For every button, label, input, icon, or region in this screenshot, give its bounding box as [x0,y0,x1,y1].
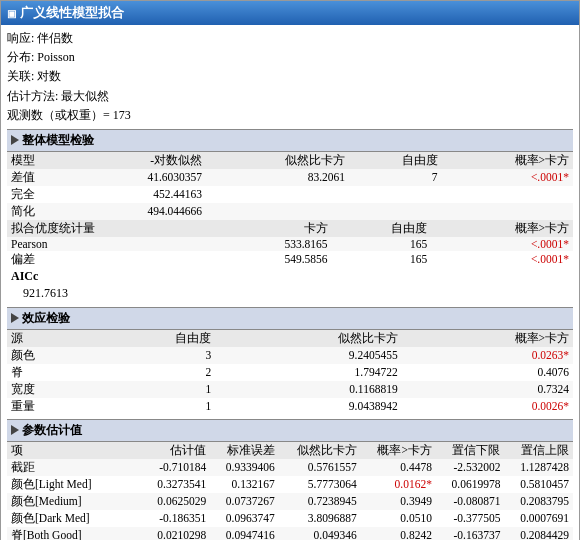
col-item-header: 项 [7,442,142,459]
param-ci-lower: -0.377505 [436,510,505,527]
main-window: ▣ 广义线性模型拟合 响应: 伴侣数 分布: Poisson 关联: 对数 估计… [0,0,580,540]
chi-sq-val: 83.2061 [206,169,349,186]
table-row: 差值 41.6030357 83.2061 7 <.0001* [7,169,573,186]
model-name: 简化 [7,203,74,220]
col-fit-stat: 卡方 [216,220,332,237]
model-name: 差值 [7,169,74,186]
param-estimates-title: 参数估计值 [22,422,82,439]
param-estimates-header-row: 项 估计值 标准误差 似然比卡方 概率>卡方 置信下限 置信上限 [7,442,573,459]
table-row: 偏差 549.5856 165 <.0001* [7,251,573,268]
prob-val: <.0001* [442,169,573,186]
effect-prob: 0.4076 [402,364,573,381]
section-triangle-2 [11,313,19,323]
effects-header-row: 源 自由度 似然比卡方 概率>卡方 [7,330,573,347]
param-std-err: 0.0947416 [210,527,279,540]
chi-sq-val [206,186,349,203]
fit-stats-header-row: 拟合优度统计量 卡方 自由度 概率>卡方 [7,220,573,237]
param-item: 截距 [7,459,142,476]
effect-chi-sq: 9.2405455 [215,347,401,364]
col-param-prob-header: 概率>卡方 [361,442,436,459]
param-estimate: 0.0625029 [142,493,211,510]
param-estimate: 0.0210298 [142,527,211,540]
source-name: 重量 [7,398,95,415]
df-val: 7 [349,169,442,186]
fit-stats-table: 拟合优度统计量 卡方 自由度 概率>卡方 Pearson 533.8165 16… [7,220,573,268]
neg-log-val: 452.44163 [74,186,206,203]
fit-prob: <.0001* [431,237,573,251]
param-ci-upper: 0.5810457 [504,476,573,493]
param-chi-sq: 0.5761557 [279,459,361,476]
col-estimate-header: 估计值 [142,442,211,459]
col-effects-prob-header: 概率>卡方 [402,330,573,347]
meta-link: 关联: 对数 [7,67,573,86]
fit-name: Pearson [7,237,216,251]
source-name: 颜色 [7,347,95,364]
col-chi-sq-header: 似然比卡方 [206,152,349,169]
param-estimate: -0.710184 [142,459,211,476]
fit-stat: 549.5856 [216,251,332,268]
effect-chi-sq: 1.794722 [215,364,401,381]
effects-table: 源 自由度 似然比卡方 概率>卡方 颜色 3 9.2405455 0.0263*… [7,330,573,415]
fit-stat: 533.8165 [216,237,332,251]
aicc-label: AICc [7,268,573,285]
effect-df: 2 [95,364,216,381]
col-fit-title: 拟合优度统计量 [7,220,216,237]
section-triangle-3 [11,425,19,435]
param-ci-lower: -0.163737 [436,527,505,540]
col-neg-log-header: -对数似然 [74,152,206,169]
param-chi-sq: 3.8096887 [279,510,361,527]
effect-df: 3 [95,347,216,364]
fit-name: 偏差 [7,251,216,268]
effects-header: 效应检验 [7,307,573,330]
param-item: 颜色[Light Med] [7,476,142,493]
param-std-err: 0.9339406 [210,459,279,476]
meta-observations: 观测数（或权重）= 173 [7,106,573,125]
table-row: 颜色[Light Med] 0.3273541 0.132167 5.77730… [7,476,573,493]
effect-chi-sq: 0.1168819 [215,381,401,398]
overall-model-header: 整体模型检验 [7,129,573,152]
param-prob: 0.8242 [361,527,436,540]
aicc-value: 921.7613 [7,285,573,303]
param-ci-lower: -0.080871 [436,493,505,510]
col-df-header: 自由度 [349,152,442,169]
source-name: 宽度 [7,381,95,398]
table-row: 截距 -0.710184 0.9339406 0.5761557 0.4478 … [7,459,573,476]
param-prob: 0.0162* [361,476,436,493]
prob-val [442,186,573,203]
col-param-chi-sq-header: 似然比卡方 [279,442,361,459]
df-val [349,186,442,203]
effect-prob: 0.7324 [402,381,573,398]
fit-df: 165 [332,251,432,268]
content-area: 响应: 伴侣数 分布: Poisson 关联: 对数 估计方法: 最大似然 观测… [1,25,579,540]
col-ci-upper-header: 置信上限 [504,442,573,459]
table-row: 颜色[Dark Med] -0.186351 0.0963747 3.80968… [7,510,573,527]
table-row: 简化 494.044666 [7,203,573,220]
effect-prob: 0.0263* [402,347,573,364]
param-chi-sq: 0.049346 [279,527,361,540]
param-ci-upper: 0.2083795 [504,493,573,510]
meta-distribution: 分布: Poisson [7,48,573,67]
neg-log-val: 41.6030357 [74,169,206,186]
param-ci-lower: 0.0619978 [436,476,505,493]
table-row: 颜色 3 9.2405455 0.0263* [7,347,573,364]
param-estimate: -0.186351 [142,510,211,527]
param-item: 颜色[Medium] [7,493,142,510]
param-std-err: 0.132167 [210,476,279,493]
param-std-err: 0.0737267 [210,493,279,510]
param-ci-upper: 1.1287428 [504,459,573,476]
param-item: 颜色[Dark Med] [7,510,142,527]
col-model-header: 模型 [7,152,74,169]
param-chi-sq: 0.7238945 [279,493,361,510]
param-ci-upper: 0.0007691 [504,510,573,527]
col-ci-lower-header: 置信下限 [436,442,505,459]
param-estimates-table: 项 估计值 标准误差 似然比卡方 概率>卡方 置信下限 置信上限 截距 -0.7… [7,442,573,540]
param-ci-upper: 0.2084429 [504,527,573,540]
col-fit-prob: 概率>卡方 [431,220,573,237]
param-estimate: 0.3273541 [142,476,211,493]
section-triangle-1 [11,135,19,145]
neg-log-val: 494.044666 [74,203,206,220]
title-bar: ▣ 广义线性模型拟合 [1,1,579,25]
chi-sq-val [206,203,349,220]
table-row: 重量 1 9.0438942 0.0026* [7,398,573,415]
table-row: Pearson 533.8165 165 <.0001* [7,237,573,251]
